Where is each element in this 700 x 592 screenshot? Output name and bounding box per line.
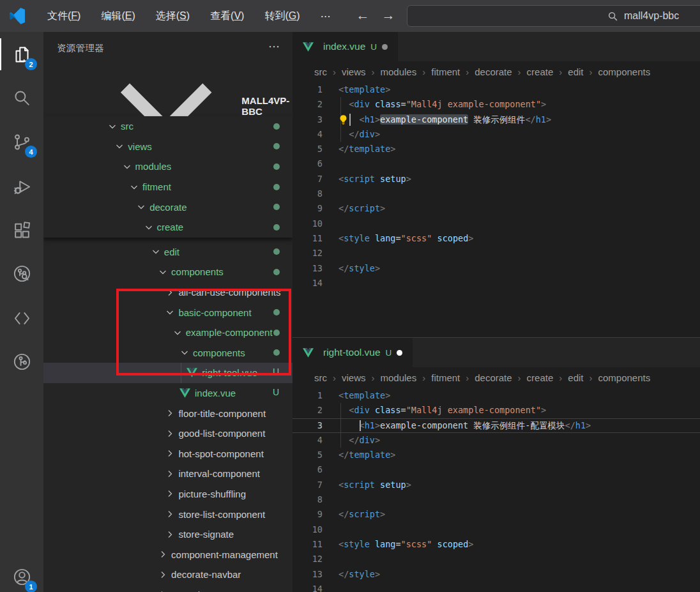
nav-back-button[interactable]: ← <box>353 6 372 25</box>
tree-item-decorate-navbar[interactable]: decorate-navbar <box>43 565 293 585</box>
breadcrumb-edit[interactable]: edit <box>568 372 583 383</box>
activitybar-extensions[interactable] <box>0 210 43 250</box>
tree-root-mall4vp-bbc[interactable]: MALL4VP-BBC <box>43 96 293 116</box>
breadcrumb-fitment[interactable]: fitment <box>431 66 460 77</box>
tree-item-good-list-component[interactable]: good-list-component <box>43 423 293 444</box>
tree-item-component-management[interactable]: component-management <box>43 544 293 565</box>
code-line-3[interactable]: 3 <h1>example-component 装修示例组件-配置模块</h1> <box>293 418 700 433</box>
tree-item-src[interactable]: src <box>43 116 293 137</box>
code-line-3[interactable]: 3 <h1>example-component 装修示例组件</h1> <box>293 112 700 127</box>
breadcrumb-views[interactable]: views <box>342 66 366 77</box>
code-line-2[interactable]: 2 <div class="Mall4j example-component"> <box>293 97 700 112</box>
nav-forward-button[interactable]: → <box>379 6 398 25</box>
code-line-6[interactable]: 6 <box>293 156 700 171</box>
breadcrumb-src[interactable]: src <box>314 372 327 383</box>
menu-f[interactable]: 文件(F) <box>40 7 88 26</box>
tree-item-hot-spot-component[interactable]: hot-spot-component <box>43 444 293 464</box>
tree-item-fitment[interactable]: fitment <box>43 177 293 197</box>
code-line-5[interactable]: 5</template> <box>293 448 700 462</box>
tab-index-vue[interactable]: index.vue U <box>293 32 398 61</box>
tab-dirty-dot[interactable] <box>382 44 388 50</box>
tree-item-basic-component[interactable]: basic-component <box>43 302 293 323</box>
tree-item-interval-component[interactable]: interval-component <box>43 464 293 484</box>
tree-item-modules[interactable]: modules <box>43 156 293 177</box>
code-line-14[interactable]: 14 <box>293 582 700 592</box>
code-editor-bottom[interactable]: 1<template>2 <div class="Mall4j example-… <box>293 388 700 592</box>
code-line-9[interactable]: 9</script> <box>293 201 700 216</box>
code-line-12[interactable]: 12 <box>293 552 700 566</box>
tree-item-floor-title-component[interactable]: floor-title-component <box>43 403 293 423</box>
git-modified-dot <box>273 269 280 275</box>
tree-item-extend-component[interactable]: extend-component <box>43 585 293 592</box>
breadcrumb-src[interactable]: src <box>314 66 327 77</box>
breadcrumb-modules[interactable]: modules <box>381 66 417 77</box>
lightbulb-icon[interactable] <box>338 114 349 125</box>
code-editor-top[interactable]: 1<template>2 <div class="Mall4j example-… <box>293 82 700 291</box>
tree-item-views[interactable]: views <box>43 137 293 157</box>
breadcrumb-create[interactable]: create <box>527 372 554 383</box>
breadcrumb-components[interactable]: components <box>598 372 651 383</box>
tree-item-components[interactable]: components <box>43 262 293 282</box>
breadcrumb-fitment[interactable]: fitment <box>431 372 460 383</box>
code-line-11[interactable]: 11<style lang="scss" scoped> <box>293 231 700 246</box>
code-line-10[interactable]: 10 <box>293 522 700 537</box>
tree-item-store-signate[interactable]: store-signate <box>43 524 293 545</box>
tree-item-decorate[interactable]: decorate <box>43 197 293 217</box>
tree-item-components[interactable]: components <box>43 343 293 363</box>
tree-item-example-component[interactable]: example-component <box>43 323 293 343</box>
activitybar-run-and-debug[interactable] <box>0 167 43 206</box>
code-line-10[interactable]: 10 <box>293 216 700 231</box>
breadcrumb-edit[interactable]: edit <box>568 66 583 77</box>
code-line-8[interactable]: 8 <box>293 186 700 201</box>
tree-item-all-can-use-components[interactable]: all-can-use-components <box>43 282 293 303</box>
line-number: 1 <box>293 82 339 97</box>
tab-dirty-dot[interactable] <box>397 350 402 356</box>
code-line-8[interactable]: 8 <box>293 492 700 507</box>
code-line-11[interactable]: 11<style lang="scss" scoped> <box>293 537 700 552</box>
code-line-1[interactable]: 1<template> <box>293 82 700 97</box>
code-line-5[interactable]: 5</template> <box>293 142 700 156</box>
indent-guide <box>340 419 341 432</box>
menu-g[interactable]: 转到(G) <box>257 7 307 26</box>
code-line-2[interactable]: 2 <div class="Mall4j example-component"> <box>293 403 700 418</box>
menu-s[interactable]: 选择(S) <box>148 7 197 26</box>
code-line-14[interactable]: 14 <box>293 276 700 291</box>
activitybar-accounts[interactable]: 1 <box>0 557 43 592</box>
breadcrumb-components[interactable]: components <box>598 66 651 77</box>
code-line-4[interactable]: 4 </div> <box>293 127 700 142</box>
code-line-9[interactable]: 9</script> <box>293 507 700 522</box>
code-line-7[interactable]: 7<script setup> <box>293 478 700 492</box>
code-line-12[interactable]: 12 <box>293 246 700 261</box>
menu-v[interactable]: 查看(V) <box>202 7 252 26</box>
code-line-7[interactable]: 7<script setup> <box>293 172 700 186</box>
activitybar-search[interactable] <box>0 78 43 118</box>
code-line-4[interactable]: 4 </div> <box>293 433 700 448</box>
code-line-13[interactable]: 13</style> <box>293 567 700 582</box>
chevron-right-icon <box>158 549 168 559</box>
command-center-search[interactable]: mall4vp-bbc <box>407 5 700 27</box>
breadcrumb-decorate[interactable]: decorate <box>475 372 512 383</box>
code-line-6[interactable]: 6 <box>293 462 700 477</box>
code-line-1[interactable]: 1<template> <box>293 388 700 403</box>
breadcrumb-modules[interactable]: modules <box>381 372 417 383</box>
breadcrumb-create[interactable]: create <box>527 66 554 77</box>
activitybar-source-control[interactable]: 4 <box>0 122 43 162</box>
breadcrumb-separator: › <box>333 66 336 77</box>
activitybar-code-tool[interactable] <box>0 298 43 338</box>
explorer-more-actions-button[interactable]: ⋯ <box>268 40 281 54</box>
activitybar-explorer[interactable]: 2 <box>0 34 43 74</box>
tree-item-create[interactable]: create <box>43 217 293 238</box>
tree-item-right-tool-vue[interactable]: right-tool.vueU <box>43 363 293 383</box>
tab-right-tool-vue[interactable]: right-tool.vue U <box>293 338 413 367</box>
tree-item-edit[interactable]: edit <box>43 242 293 262</box>
menu-more-button[interactable]: ⋯ <box>313 8 339 25</box>
tree-item-index-vue[interactable]: index.vueU <box>43 383 293 404</box>
tree-item-store-list-component[interactable]: store-list-component <box>43 504 293 524</box>
breadcrumb-decorate[interactable]: decorate <box>475 66 512 77</box>
menu-e[interactable]: 编辑(E) <box>93 7 142 26</box>
breadcrumb-views[interactable]: views <box>342 372 366 383</box>
activitybar-git-graph[interactable] <box>0 254 43 293</box>
tree-item-picture-shuffling[interactable]: picture-shuffling <box>43 484 293 505</box>
code-line-13[interactable]: 13</style> <box>293 261 700 276</box>
activitybar-project-graph[interactable] <box>0 342 43 381</box>
